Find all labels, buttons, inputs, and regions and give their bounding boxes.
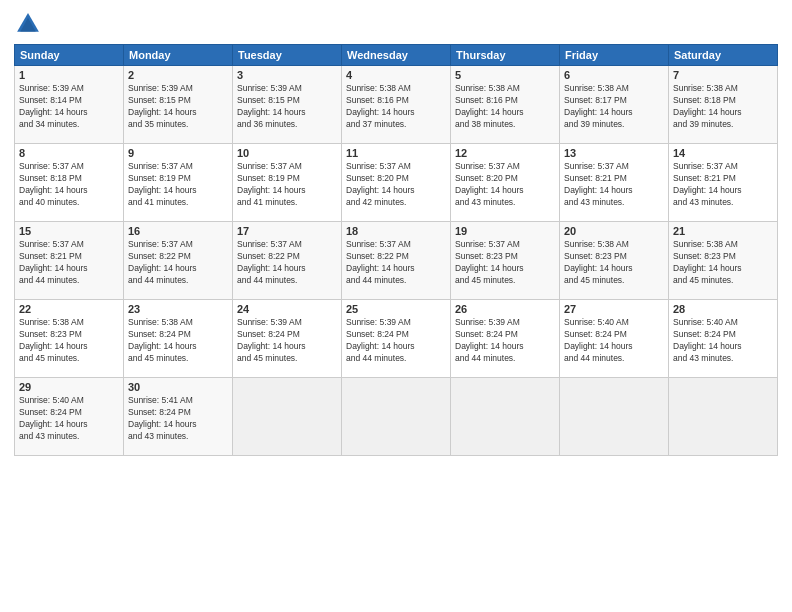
page: SundayMondayTuesdayWednesdayThursdayFrid…: [0, 0, 792, 612]
day-number: 7: [673, 69, 773, 81]
day-number: 29: [19, 381, 119, 393]
calendar-cell: 17Sunrise: 5:37 AMSunset: 8:22 PMDayligh…: [233, 222, 342, 300]
day-number: 17: [237, 225, 337, 237]
day-info: Sunrise: 5:37 AMSunset: 8:22 PMDaylight:…: [128, 239, 197, 285]
day-info: Sunrise: 5:38 AMSunset: 8:16 PMDaylight:…: [346, 83, 415, 129]
calendar-cell: [451, 378, 560, 456]
calendar-cell: 13Sunrise: 5:37 AMSunset: 8:21 PMDayligh…: [560, 144, 669, 222]
day-info: Sunrise: 5:41 AMSunset: 8:24 PMDaylight:…: [128, 395, 197, 441]
day-number: 26: [455, 303, 555, 315]
calendar-cell: [342, 378, 451, 456]
day-number: 30: [128, 381, 228, 393]
day-info: Sunrise: 5:37 AMSunset: 8:18 PMDaylight:…: [19, 161, 88, 207]
day-number: 19: [455, 225, 555, 237]
day-number: 25: [346, 303, 446, 315]
day-number: 11: [346, 147, 446, 159]
day-info: Sunrise: 5:37 AMSunset: 8:23 PMDaylight:…: [455, 239, 524, 285]
day-number: 16: [128, 225, 228, 237]
day-number: 6: [564, 69, 664, 81]
day-info: Sunrise: 5:37 AMSunset: 8:22 PMDaylight:…: [346, 239, 415, 285]
day-number: 4: [346, 69, 446, 81]
day-info: Sunrise: 5:38 AMSunset: 8:24 PMDaylight:…: [128, 317, 197, 363]
day-number: 18: [346, 225, 446, 237]
header: [14, 10, 778, 38]
day-number: 13: [564, 147, 664, 159]
day-number: 3: [237, 69, 337, 81]
weekday-row: SundayMondayTuesdayWednesdayThursdayFrid…: [15, 45, 778, 66]
calendar-cell: 11Sunrise: 5:37 AMSunset: 8:20 PMDayligh…: [342, 144, 451, 222]
calendar-cell: 29Sunrise: 5:40 AMSunset: 8:24 PMDayligh…: [15, 378, 124, 456]
day-info: Sunrise: 5:37 AMSunset: 8:20 PMDaylight:…: [455, 161, 524, 207]
day-number: 12: [455, 147, 555, 159]
day-info: Sunrise: 5:37 AMSunset: 8:20 PMDaylight:…: [346, 161, 415, 207]
day-number: 10: [237, 147, 337, 159]
day-number: 15: [19, 225, 119, 237]
calendar-cell: 20Sunrise: 5:38 AMSunset: 8:23 PMDayligh…: [560, 222, 669, 300]
day-number: 23: [128, 303, 228, 315]
calendar-cell: 10Sunrise: 5:37 AMSunset: 8:19 PMDayligh…: [233, 144, 342, 222]
calendar-cell: 21Sunrise: 5:38 AMSunset: 8:23 PMDayligh…: [669, 222, 778, 300]
day-info: Sunrise: 5:37 AMSunset: 8:21 PMDaylight:…: [19, 239, 88, 285]
day-info: Sunrise: 5:40 AMSunset: 8:24 PMDaylight:…: [19, 395, 88, 441]
day-info: Sunrise: 5:39 AMSunset: 8:15 PMDaylight:…: [128, 83, 197, 129]
weekday-header-thursday: Thursday: [451, 45, 560, 66]
day-number: 8: [19, 147, 119, 159]
day-info: Sunrise: 5:37 AMSunset: 8:19 PMDaylight:…: [237, 161, 306, 207]
calendar-cell: 5Sunrise: 5:38 AMSunset: 8:16 PMDaylight…: [451, 66, 560, 144]
calendar-cell: 28Sunrise: 5:40 AMSunset: 8:24 PMDayligh…: [669, 300, 778, 378]
day-number: 9: [128, 147, 228, 159]
weekday-header-tuesday: Tuesday: [233, 45, 342, 66]
day-info: Sunrise: 5:38 AMSunset: 8:18 PMDaylight:…: [673, 83, 742, 129]
day-info: Sunrise: 5:38 AMSunset: 8:23 PMDaylight:…: [673, 239, 742, 285]
calendar-cell: 30Sunrise: 5:41 AMSunset: 8:24 PMDayligh…: [124, 378, 233, 456]
logo: [14, 10, 46, 38]
calendar-cell: 27Sunrise: 5:40 AMSunset: 8:24 PMDayligh…: [560, 300, 669, 378]
day-info: Sunrise: 5:37 AMSunset: 8:19 PMDaylight:…: [128, 161, 197, 207]
calendar-cell: 18Sunrise: 5:37 AMSunset: 8:22 PMDayligh…: [342, 222, 451, 300]
day-number: 2: [128, 69, 228, 81]
week-row-1: 1Sunrise: 5:39 AMSunset: 8:14 PMDaylight…: [15, 66, 778, 144]
calendar-cell: 24Sunrise: 5:39 AMSunset: 8:24 PMDayligh…: [233, 300, 342, 378]
week-row-3: 15Sunrise: 5:37 AMSunset: 8:21 PMDayligh…: [15, 222, 778, 300]
calendar-body: 1Sunrise: 5:39 AMSunset: 8:14 PMDaylight…: [15, 66, 778, 456]
day-info: Sunrise: 5:40 AMSunset: 8:24 PMDaylight:…: [564, 317, 633, 363]
day-info: Sunrise: 5:39 AMSunset: 8:24 PMDaylight:…: [237, 317, 306, 363]
day-number: 28: [673, 303, 773, 315]
calendar-cell: 19Sunrise: 5:37 AMSunset: 8:23 PMDayligh…: [451, 222, 560, 300]
day-info: Sunrise: 5:38 AMSunset: 8:16 PMDaylight:…: [455, 83, 524, 129]
calendar-cell: [233, 378, 342, 456]
day-number: 20: [564, 225, 664, 237]
day-info: Sunrise: 5:39 AMSunset: 8:15 PMDaylight:…: [237, 83, 306, 129]
day-info: Sunrise: 5:37 AMSunset: 8:22 PMDaylight:…: [237, 239, 306, 285]
week-row-5: 29Sunrise: 5:40 AMSunset: 8:24 PMDayligh…: [15, 378, 778, 456]
calendar-cell: 4Sunrise: 5:38 AMSunset: 8:16 PMDaylight…: [342, 66, 451, 144]
weekday-header-monday: Monday: [124, 45, 233, 66]
day-info: Sunrise: 5:37 AMSunset: 8:21 PMDaylight:…: [673, 161, 742, 207]
day-info: Sunrise: 5:39 AMSunset: 8:14 PMDaylight:…: [19, 83, 88, 129]
day-info: Sunrise: 5:38 AMSunset: 8:23 PMDaylight:…: [564, 239, 633, 285]
week-row-4: 22Sunrise: 5:38 AMSunset: 8:23 PMDayligh…: [15, 300, 778, 378]
weekday-header-sunday: Sunday: [15, 45, 124, 66]
calendar-cell: 3Sunrise: 5:39 AMSunset: 8:15 PMDaylight…: [233, 66, 342, 144]
day-info: Sunrise: 5:39 AMSunset: 8:24 PMDaylight:…: [455, 317, 524, 363]
calendar-cell: 8Sunrise: 5:37 AMSunset: 8:18 PMDaylight…: [15, 144, 124, 222]
calendar: SundayMondayTuesdayWednesdayThursdayFrid…: [14, 44, 778, 456]
calendar-header: SundayMondayTuesdayWednesdayThursdayFrid…: [15, 45, 778, 66]
calendar-cell: 14Sunrise: 5:37 AMSunset: 8:21 PMDayligh…: [669, 144, 778, 222]
calendar-cell: 25Sunrise: 5:39 AMSunset: 8:24 PMDayligh…: [342, 300, 451, 378]
calendar-cell: 7Sunrise: 5:38 AMSunset: 8:18 PMDaylight…: [669, 66, 778, 144]
day-number: 14: [673, 147, 773, 159]
weekday-header-saturday: Saturday: [669, 45, 778, 66]
day-number: 21: [673, 225, 773, 237]
day-number: 1: [19, 69, 119, 81]
calendar-cell: [560, 378, 669, 456]
calendar-cell: 1Sunrise: 5:39 AMSunset: 8:14 PMDaylight…: [15, 66, 124, 144]
day-number: 22: [19, 303, 119, 315]
day-number: 24: [237, 303, 337, 315]
calendar-cell: 6Sunrise: 5:38 AMSunset: 8:17 PMDaylight…: [560, 66, 669, 144]
calendar-cell: [669, 378, 778, 456]
calendar-cell: 15Sunrise: 5:37 AMSunset: 8:21 PMDayligh…: [15, 222, 124, 300]
weekday-header-friday: Friday: [560, 45, 669, 66]
day-info: Sunrise: 5:40 AMSunset: 8:24 PMDaylight:…: [673, 317, 742, 363]
week-row-2: 8Sunrise: 5:37 AMSunset: 8:18 PMDaylight…: [15, 144, 778, 222]
